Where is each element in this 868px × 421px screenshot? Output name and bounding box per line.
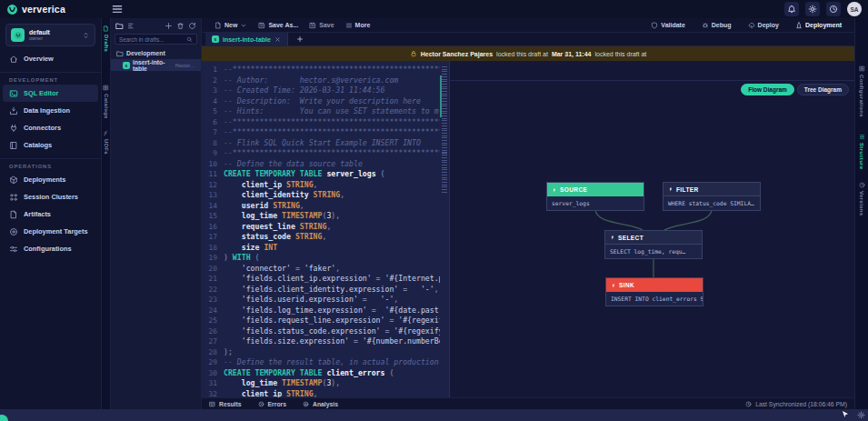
tree-folder-development[interactable]: Development [111,47,201,59]
sidebar-item-data-ingestion[interactable]: Data Ingestion [3,102,98,119]
lock-text-tail: locked this draft at [594,51,646,57]
sidebar-item-label: Catalogs [24,141,52,149]
sidebar-item-catalogs[interactable]: Catalogs [3,136,98,154]
rail-tab-label: Versions [859,191,864,216]
filter-node[interactable]: FILTERWHERE status_code SIMILA… [663,182,761,211]
sidebar-item-configurations[interactable]: Configurations [3,240,98,257]
validate-button[interactable]: Validate [645,22,690,29]
sidebar-item-connectors[interactable]: Connectors [3,119,98,136]
notifications-button[interactable] [784,2,799,16]
debug-button[interactable]: Debug [696,22,737,29]
more-button[interactable]: More [340,22,376,29]
code-text: userid STRING, [224,201,440,212]
delete-draft-icon[interactable] [176,22,185,30]
bell-icon [787,5,796,14]
left-rail-tab-catalogs[interactable]: Catalogs [103,85,109,119]
code-line: 11CREATE TEMPORARY TABLE server_logs ( [202,169,440,180]
sidebar-item-deployment-targets[interactable]: Deployment Targets [3,223,98,240]
left-rail-tab-udfs[interactable]: UDFs [103,130,109,155]
lock-text: locked this draft at [496,51,548,57]
sql-code-editor[interactable]: 1--*************************************… [202,61,440,397]
section-label-operations: OPERATIONS [0,158,101,171]
history-icon [859,182,865,188]
gear-icon [808,5,817,14]
sql-editor-icon [9,89,18,98]
line-number: 28 [202,347,224,358]
drafts-panel-header [111,18,201,33]
workspace-selector[interactable]: default owner [5,24,95,46]
editor-minimap[interactable] [440,61,449,397]
settings-button[interactable] [805,2,820,16]
new-draft-icon[interactable] [165,22,173,30]
diagram-toggle: Flow Diagram Tree Diagram [741,84,849,95]
refresh-icon[interactable] [188,22,196,30]
sidebar-toggle-icon[interactable] [111,3,124,15]
statusbar-tab-errors[interactable]: Errors [258,401,286,407]
sidebar-nav: OverviewDEVELOPMENTSQL EditorData Ingest… [0,50,101,257]
tree-item-insert-into-table[interactable]: s insert-into-table Hector S... [111,59,201,71]
line-number: 14 [202,201,224,212]
statusbar-tab-results[interactable]: Results [209,401,242,407]
select-node[interactable]: SELECTSELECT log_time, requ… [604,230,703,259]
drafts-panel: Search in drafts... Development s insert… [111,18,202,409]
left-rail-tab-drafts[interactable]: Drafts [103,25,109,52]
source-node[interactable]: SOURCEserver_logs [546,182,644,211]
editor-toolbar: NewSave As...SaveMore ValidateDebugDeplo… [202,18,854,33]
tree-diagram-button[interactable]: Tree Diagram [797,84,849,95]
line-number: 6 [202,117,224,128]
button-label: Save As... [268,22,298,28]
save-as-button[interactable]: Save As... [253,22,304,29]
right-rail-tab-versions[interactable]: Versions [859,182,865,216]
user-avatar[interactable]: SA [847,2,862,16]
collapse-all-icon[interactable] [127,22,135,30]
code-line: 18 size INT [202,243,440,254]
deployment-button[interactable]: Deployment [790,22,847,29]
line-number: 31 [202,378,224,389]
rail-tab-label: Catalogs [104,94,109,119]
sidebar: default owner OverviewDEVELOPMENTSQL Edi… [0,18,102,409]
sidebar-item-label: Deployment Targets [24,227,88,236]
code-text: -- Flink SQL Quick Start Example INSERT … [224,138,440,149]
flow-diagram-button[interactable]: Flow Diagram [741,84,794,95]
udf-icon [103,130,109,136]
session-clusters-icon [9,193,18,202]
code-text: -- Description: Write your description h… [224,96,440,107]
code-text: --**************************************… [224,65,440,75]
save-button[interactable]: Save [304,22,339,29]
left-rail: DraftsCatalogsUDFs [102,18,111,409]
folder-view-icon[interactable] [115,22,124,30]
deploy-button[interactable]: Deploy [743,22,784,29]
drafts-search-input[interactable]: Search in drafts... [115,34,197,45]
search-placeholder: Search in drafts... [119,36,184,43]
sidebar-item-artifacts[interactable]: Artifacts [3,205,98,223]
right-rail-tab-configurations[interactable]: Configurations [859,65,865,117]
sink-node[interactable]: SINKINSERT INTO client_errors S… [605,277,703,306]
topbar: ververica SA [0,0,868,18]
sidebar-item-sql-editor[interactable]: SQL Editor [3,85,98,102]
code-text: request_line STRING, [224,222,440,233]
new-tab-icon[interactable] [296,35,304,43]
node-header: SELECT [605,231,702,245]
tab-insert-into-table[interactable]: s insert-into-table [205,33,288,46]
code-line: 16 request_line STRING, [202,222,440,233]
code-line: 9--*************************************… [202,148,440,159]
errors-icon [258,401,264,407]
code-text: --**************************************… [224,127,440,138]
chat-bubble[interactable] [0,415,8,421]
code-line: 13 client_identity STRING, [202,190,440,201]
workspace-logo-icon [14,31,23,40]
workspace-name: default [29,29,77,35]
code-line: 15 log_time TIMESTAMP(3), [202,211,440,222]
right-rail-tab-structure[interactable]: Structure [859,134,865,169]
lock-user: Hector Sanchez Pajares [421,51,493,57]
close-icon[interactable] [274,36,281,43]
sidebar-item-deployments[interactable]: Deployments [3,171,98,188]
new-button[interactable]: New [209,22,253,29]
history-button[interactable] [826,2,841,16]
deployment-targets-icon [9,227,18,236]
settings-gear-icon[interactable] [857,411,865,419]
statusbar-tab-analysis[interactable]: Analysis [303,401,338,407]
sidebar-item-overview[interactable]: Overview [3,50,98,67]
sidebar-item-session-clusters[interactable]: Session Clusters [3,188,98,205]
lock-time: Mar 31, 11:44 [552,51,592,57]
